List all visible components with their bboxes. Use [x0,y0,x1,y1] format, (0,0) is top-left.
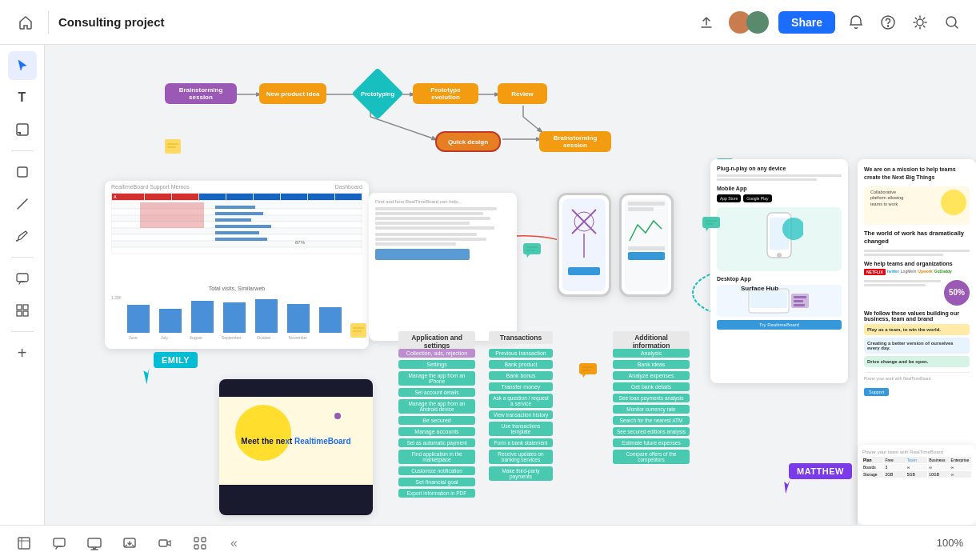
svg-rect-3 [18,167,27,177]
add-tool[interactable]: + [8,338,37,367]
sticky-tool[interactable] [8,115,37,144]
flow-brainstorm1[interactable]: Brainstorming session [165,83,237,104]
svg-text:September: September [222,335,242,340]
apps-tool[interactable] [189,532,211,554]
svg-text:1,200: 1,200 [111,295,122,300]
frame-spreadsheet[interactable]: RealtimeBoard Support Memos Dashboard A [105,181,369,349]
flow-protoevol[interactable]: Prototype evolution [413,83,478,104]
flow-quickdesign[interactable]: Quick design [435,131,501,152]
svg-marker-79 [582,374,586,378]
flow-review[interactable]: Review [498,83,547,104]
svg-text:November: November [289,335,307,340]
svg-text:87%: 87% [295,240,306,245]
crop-tool[interactable] [13,532,35,554]
flow-newproduct[interactable]: New product idea [259,83,326,104]
chat-tool[interactable] [48,532,70,554]
text-tool[interactable]: T [8,83,37,112]
shape-tool[interactable] [8,158,37,186]
share-button[interactable]: Share [778,11,835,34]
user-label-matthew: MATTHEW [789,463,852,479]
kanban-transactions: Previous transaction Bank product Bank b… [489,349,553,483]
upload-button[interactable] [694,10,719,35]
svg-rect-94 [194,545,198,549]
svg-rect-45 [191,301,214,333]
frame-support-table[interactable]: Power your team with RealTimeBoard Plan … [858,445,976,525]
frame-presentation[interactable]: Meet the next RealtimeBoard [219,379,373,515]
pen-tool[interactable] [8,222,37,250]
svg-rect-71 [794,296,806,298]
kanban-additional: Analysis Bank ideas Analyze expenses Get… [613,349,690,466]
svg-rect-95 [202,545,206,549]
collapse-panel[interactable]: « [224,536,244,550]
flow-brainstorm2[interactable]: Brainstorming session [539,131,611,152]
svg-rect-36 [215,212,263,215]
frame-mobile-1[interactable] [557,193,611,297]
svg-text:August: August [190,335,202,340]
svg-rect-73 [794,304,805,306]
svg-rect-78 [579,363,597,374]
frame-tool[interactable] [8,296,37,325]
frame-mobile-2[interactable] [619,193,674,297]
svg-rect-6 [23,305,28,310]
flow-diamond[interactable] [351,67,403,119]
svg-rect-88 [54,538,65,546]
toolbar-separator-2 [11,257,34,258]
video-tool[interactable] [154,532,176,554]
svg-rect-35 [215,206,255,209]
svg-marker-61 [526,254,530,258]
avatar-2 [746,11,769,34]
kanban-header-2: Transactions [489,331,553,344]
svg-rect-2 [17,124,28,135]
svg-text:October: October [257,335,271,340]
surface-hub-label: Surface Hub [741,285,778,292]
svg-rect-21 [165,139,181,154]
svg-rect-74 [702,217,720,228]
frame-mobile-app[interactable]: Plug-n-play on any device Mobile App App… [710,159,848,383]
header-divider [48,11,49,34]
svg-rect-46 [223,302,246,333]
search-icon[interactable] [941,11,963,34]
avatars [729,11,769,34]
svg-rect-60 [523,243,541,254]
svg-rect-89 [88,538,101,547]
kanban-row-headers: Collection, ads, rejection Settings Mana… [398,349,475,500]
svg-rect-38 [215,225,271,228]
frame-document[interactable]: Find and how RealTimeBoard can help... [369,193,517,341]
svg-rect-34 [140,202,204,228]
screen-share-tool[interactable] [83,532,106,554]
svg-rect-48 [287,304,310,333]
svg-text:June: June [129,335,138,340]
svg-rect-40 [215,238,267,241]
svg-rect-92 [194,538,198,542]
settings-icon[interactable] [909,11,931,34]
user-label-emily: EMILY [154,352,198,368]
svg-rect-5 [17,305,22,310]
sticky-kanban-yellow [350,323,366,341]
line-tool[interactable] [8,190,37,218]
select-tool[interactable] [8,51,37,80]
svg-line-16 [370,117,435,139]
project-title: Consulting project [58,15,684,29]
svg-text:July: July [161,335,168,340]
right-tools: Share [729,11,963,34]
bell-icon[interactable] [845,11,867,34]
svg-rect-37 [215,218,251,222]
chat-bubble-desktop [702,217,720,234]
svg-rect-44 [159,309,182,333]
svg-rect-72 [794,300,803,302]
svg-rect-33 [111,247,362,254]
svg-line-18 [523,117,541,131]
svg-rect-8 [23,311,28,316]
svg-rect-82 [350,323,366,338]
svg-rect-49 [319,307,342,333]
canvas[interactable]: Brainstorming session New product idea P… [45,45,976,525]
export-tool[interactable] [118,532,141,554]
svg-point-1 [946,17,956,26]
help-icon[interactable] [877,11,899,34]
svg-rect-47 [255,299,278,333]
svg-rect-93 [202,538,206,542]
svg-rect-91 [159,540,167,546]
home-button[interactable] [13,10,38,35]
comment-tool[interactable] [8,264,37,293]
svg-rect-39 [215,231,259,234]
